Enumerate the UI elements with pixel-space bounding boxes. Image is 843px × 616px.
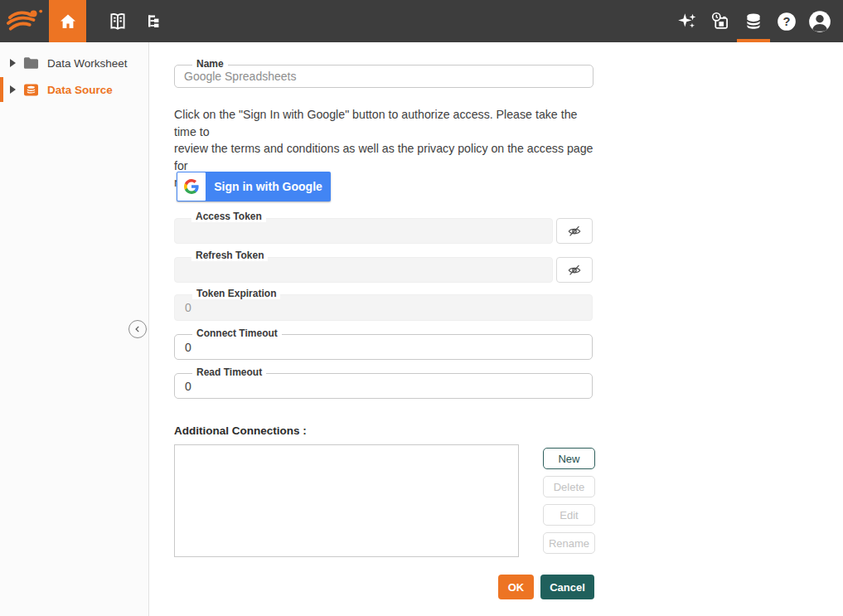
database-icon	[743, 11, 764, 32]
app-logo[interactable]	[0, 0, 49, 42]
refresh-token-field: Refresh Token	[174, 257, 593, 283]
ai-assistant-button[interactable]	[671, 0, 704, 42]
name-field-label: Name	[192, 58, 228, 70]
instruction-line: review the terms and conditions as well …	[174, 140, 602, 174]
home-button[interactable]	[49, 0, 86, 42]
resource-tree-icon	[144, 12, 164, 32]
connect-timeout-label: Connect Timeout	[192, 327, 282, 339]
cancel-button[interactable]: Cancel	[540, 575, 594, 599]
svg-text:?: ?	[783, 14, 791, 27]
resource-tree-button[interactable]	[139, 0, 169, 42]
active-section-indicator	[737, 39, 770, 42]
scheduled-tasks-icon	[710, 10, 732, 32]
refresh-token-label: Refresh Token	[191, 250, 268, 261]
ok-button[interactable]: OK	[498, 575, 534, 599]
sidebar-item-data-worksheet[interactable]: Data Worksheet	[0, 51, 149, 75]
additional-connections-label: Additional Connections :	[174, 424, 307, 437]
chevron-left-icon	[132, 323, 143, 335]
expand-caret-icon[interactable]	[10, 59, 16, 67]
connection-rename-button[interactable]: Rename	[543, 532, 595, 554]
eye-off-icon	[566, 262, 583, 279]
additional-connections-list[interactable]	[174, 444, 519, 557]
access-token-label: Access Token	[191, 211, 266, 222]
app-window: ? Data	[0, 0, 843, 616]
access-token-visibility-button[interactable]	[556, 218, 593, 244]
data-source-section-button[interactable]	[737, 0, 770, 42]
refresh-token-visibility-button[interactable]	[556, 257, 593, 283]
expand-caret-icon[interactable]	[10, 85, 16, 94]
google-signin-label: Sign in with Google	[206, 180, 331, 193]
ai-sparkles-icon	[676, 11, 698, 32]
help-button[interactable]: ?	[770, 0, 803, 42]
eye-off-icon	[566, 223, 583, 240]
google-g-icon	[184, 179, 199, 194]
name-field: Name	[174, 65, 593, 88]
topbar-right-icons: ?	[671, 0, 836, 42]
google-signin-button[interactable]: Sign in with Google	[177, 172, 331, 201]
google-logo-tile	[177, 172, 206, 201]
sidebar-item-data-source[interactable]: Data Source	[0, 77, 149, 102]
folder-icon	[23, 56, 39, 70]
sidebar-collapse-button[interactable]	[128, 320, 147, 338]
token-expiration-label: Token Expiration	[192, 288, 280, 299]
access-token-field: Access Token	[174, 218, 593, 244]
sidebar: Data Worksheet Data Source	[0, 42, 149, 616]
instruction-line: Click on the "Sign In with Google" butto…	[174, 106, 602, 140]
top-navbar: ?	[0, 0, 843, 42]
user-avatar-icon	[807, 9, 832, 34]
read-timeout-field: Read Timeout	[174, 373, 593, 399]
help-icon: ?	[776, 11, 797, 32]
name-input[interactable]	[175, 65, 593, 87]
scheduled-tasks-button[interactable]	[704, 0, 737, 42]
home-icon	[58, 12, 78, 32]
token-expiration-field: Token Expiration	[174, 294, 593, 321]
catalog-button[interactable]	[103, 0, 133, 42]
connection-edit-button[interactable]: Edit	[543, 504, 595, 526]
sidebar-item-label: Data Source	[47, 84, 113, 96]
account-button[interactable]	[803, 0, 836, 42]
connection-delete-button[interactable]: Delete	[543, 476, 595, 497]
data-source-folder-icon	[23, 83, 39, 97]
connect-timeout-field: Connect Timeout	[174, 334, 593, 360]
sidebar-item-label: Data Worksheet	[47, 57, 128, 70]
refresh-token-input[interactable]	[175, 258, 552, 282]
connection-new-button[interactable]: New	[543, 448, 595, 469]
read-timeout-label: Read Timeout	[192, 366, 266, 378]
app-logo-icon	[6, 7, 44, 36]
catalog-book-icon	[107, 11, 128, 32]
access-token-input[interactable]	[175, 219, 552, 243]
